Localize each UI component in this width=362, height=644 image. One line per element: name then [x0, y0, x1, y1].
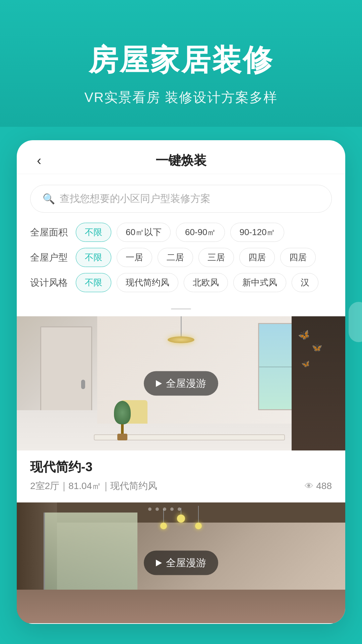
plant-pot: [117, 434, 127, 440]
dot-1: [148, 507, 152, 511]
filter-tag-type-3[interactable]: 三居: [198, 248, 234, 267]
filter-tag-type-1[interactable]: 一居: [117, 248, 152, 267]
filter-tag-style-2[interactable]: 北欧风: [184, 273, 228, 292]
search-wrapper: 🔍 查找您想要的小区同户型装修方案: [17, 174, 345, 219]
filter-tag-area-3[interactable]: 90-120㎡: [230, 223, 284, 242]
filter-tag-style-1[interactable]: 现代简约风: [117, 273, 178, 292]
filter-label-style: 设计风格: [30, 276, 70, 289]
listing-image-1: 🦋 🦋 🦋: [17, 316, 345, 450]
filter-tag-type-0[interactable]: 不限: [76, 248, 111, 267]
chandelier: [168, 316, 194, 343]
accent-wall: 🦋 🦋 🦋: [292, 316, 345, 450]
app-header: ‹ 一键焕装: [17, 140, 345, 174]
filter-label-type: 全屋户型: [30, 251, 70, 264]
chandelier-body: [168, 336, 194, 343]
plant-leaves: [114, 401, 131, 424]
search-input[interactable]: 查找您想要的小区同户型装修方案: [60, 192, 210, 206]
listing-tags-1: 2室2厅｜81.04㎡｜现代简约风: [30, 480, 157, 492]
tour-button-2[interactable]: 全屋漫游: [144, 551, 218, 575]
listing-image-2: 全屋漫游: [17, 502, 345, 623]
phone-card-wrapper: ‹ 一键焕装 🔍 查找您想要的小区同户型装修方案 全屋面积 不限 60㎡以下 6…: [0, 127, 362, 644]
deco-circle: [349, 302, 362, 342]
filter-row-style: 设计风格 不限 现代简约风 北欧风 新中式风 汉: [30, 273, 332, 292]
filter-row-area: 全屋面积 不限 60㎡以下 60-90㎡ 90-120㎡: [30, 223, 332, 242]
butterfly-3: 🦋: [301, 359, 311, 369]
lamp-left: [160, 509, 167, 529]
filter-tag-area-1[interactable]: 60㎡以下: [117, 223, 171, 242]
listing-info-1: 现代简约-3 2室2厅｜81.04㎡｜现代简约风 👁 488: [17, 450, 345, 502]
door-handle: [81, 380, 85, 389]
filter-tag-type-4[interactable]: 四居: [239, 248, 275, 267]
filter-tag-style-3[interactable]: 新中式风: [233, 273, 286, 292]
plant-stem: [121, 424, 124, 434]
tour-button-1[interactable]: 全屋漫游: [144, 371, 218, 396]
listing-views-1: 👁 488: [305, 481, 332, 491]
butterfly-2: 🦋: [311, 342, 322, 354]
chandelier-wire: [181, 316, 182, 336]
listing-meta-1: 2室2厅｜81.04㎡｜现代简约风 👁 488: [30, 480, 332, 492]
play-icon-1: [156, 380, 162, 387]
filter-label-area: 全屋面积: [30, 226, 70, 239]
lamp-wire-right: [198, 506, 199, 523]
page-title: 一键焕装: [156, 152, 206, 169]
lamp-bulb-right: [195, 523, 202, 529]
listing-item-1[interactable]: 🦋 🦋 🦋: [17, 316, 345, 502]
lamp-wire-left: [163, 509, 164, 523]
floor-2: [17, 590, 345, 623]
listing-name-1: 现代简约-3: [30, 459, 332, 476]
filter-tag-area-0[interactable]: 不限: [76, 223, 111, 242]
view-count-1: 488: [316, 481, 332, 491]
dot-2: [156, 507, 159, 511]
plant: [114, 401, 131, 440]
hero-subtitle: VR实景看房 装修设计方案多样: [20, 88, 342, 107]
lamp-bulb-center: [177, 515, 185, 523]
dot-5: [178, 507, 181, 511]
filter-row-type: 全屋户型 不限 一居 二居 三居 四居 四居: [30, 248, 332, 267]
phone-card: ‹ 一键焕装 🔍 查找您想要的小区同户型装修方案 全屋面积 不限 60㎡以下 6…: [17, 140, 345, 624]
dot-4: [170, 507, 174, 511]
lamp-right: [195, 506, 202, 529]
search-icon: 🔍: [43, 193, 55, 205]
filter-tag-type-2[interactable]: 二居: [158, 248, 193, 267]
eye-icon-1: 👁: [305, 481, 313, 491]
dot-3: [163, 507, 166, 511]
filter-divider: [171, 308, 191, 310]
filter-tag-type-5[interactable]: 四居: [280, 248, 316, 267]
hero-section: 房屋家居装修 VR实景看房 装修设计方案多样: [0, 0, 362, 127]
search-bar[interactable]: 🔍 查找您想要的小区同户型装修方案: [30, 185, 332, 213]
filter-tag-style-4[interactable]: 汉: [292, 273, 318, 292]
hero-title: 房屋家居装修: [20, 40, 342, 80]
filter-tag-style-0[interactable]: 不限: [76, 273, 111, 292]
filters-section: 全屋面积 不限 60㎡以下 60-90㎡ 90-120㎡ 全屋户型 不限 一居 …: [17, 219, 345, 305]
tour-label-1: 全屋漫游: [166, 377, 206, 390]
filter-tag-area-2[interactable]: 60-90㎡: [176, 223, 225, 242]
ceiling-dots: [148, 507, 181, 511]
lamp-bulb-left: [160, 523, 167, 529]
play-icon-2: [156, 559, 162, 566]
tour-label-2: 全屋漫游: [166, 556, 206, 570]
listing-item-2[interactable]: 全屋漫游: [17, 502, 345, 623]
butterfly-1: 🦋: [297, 328, 311, 342]
back-button[interactable]: ‹: [34, 154, 45, 167]
